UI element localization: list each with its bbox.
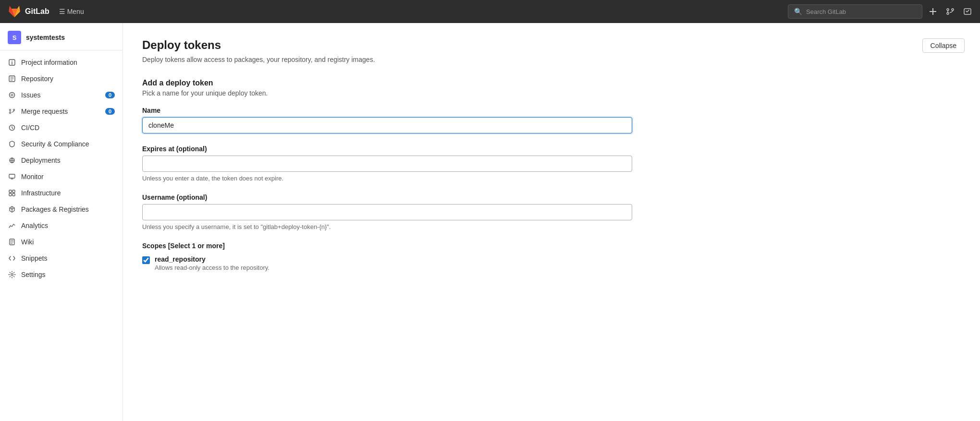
scope-text: read_repository Allows read-only access … (155, 255, 270, 271)
top-navigation: GitLab ☰ Menu 🔍 (0, 0, 980, 23)
project-information-icon (8, 58, 16, 67)
sidebar-item-wiki[interactable]: Wiki (0, 234, 122, 250)
scope-label[interactable]: read_repository (155, 255, 270, 263)
sidebar-item-security-compliance[interactable]: Security & Compliance (0, 136, 122, 152)
todo-icon[interactable] (963, 7, 972, 16)
create-new-icon[interactable] (928, 7, 938, 16)
svg-rect-15 (9, 174, 15, 178)
sidebar-item-label: Security & Compliance (21, 140, 89, 148)
username-input[interactable] (142, 204, 632, 220)
scope-description: Allows read-only access to the repositor… (155, 264, 270, 271)
page-subtitle: Deploy tokens allow access to packages, … (142, 56, 961, 63)
search-input[interactable] (806, 8, 916, 15)
expires-input[interactable] (142, 156, 632, 172)
menu-label: Menu (67, 8, 84, 15)
sidebar-item-merge-requests[interactable]: Merge requests 0 (0, 103, 122, 120)
wiki-icon (8, 238, 16, 246)
merge-request-icon[interactable] (945, 7, 955, 16)
sidebar-item-repository[interactable]: Repository (0, 71, 122, 87)
sidebar: S systemtests Project information Reposi… (0, 23, 123, 421)
menu-toggle[interactable]: ☰ Menu (59, 8, 84, 15)
username-form-group: Username (optional) Unless you specify a… (142, 193, 961, 230)
svg-point-7 (12, 60, 12, 61)
svg-point-21 (11, 274, 13, 276)
svg-rect-19 (12, 193, 15, 196)
svg-point-2 (947, 9, 949, 11)
packages-icon (8, 205, 16, 214)
name-input[interactable] (142, 117, 632, 133)
sidebar-project-header: S systemtests (0, 23, 122, 50)
expires-form-group: Expires at (optional) Unless you enter a… (142, 145, 961, 182)
merge-requests-icon (8, 107, 16, 116)
collapse-button[interactable]: Collapse (922, 38, 965, 53)
sidebar-item-label: Project information (21, 59, 77, 66)
name-label: Name (142, 107, 961, 114)
hamburger-icon: ☰ (59, 8, 65, 15)
sidebar-item-issues[interactable]: Issues 0 (0, 87, 122, 103)
svg-rect-1 (930, 11, 936, 12)
svg-point-3 (952, 9, 954, 11)
svg-point-4 (947, 12, 949, 14)
sidebar-item-label: Merge requests (21, 108, 68, 115)
sidebar-item-analytics[interactable]: Analytics (0, 217, 122, 234)
username-label: Username (optional) (142, 193, 961, 201)
deployments-icon (8, 156, 16, 165)
sidebar-item-label: Infrastructure (21, 189, 61, 197)
svg-point-9 (10, 93, 15, 98)
page-title: Deploy tokens (142, 38, 961, 52)
read-repository-checkbox[interactable] (142, 256, 150, 264)
snippets-icon (8, 254, 16, 263)
expires-hint: Unless you enter a date, the token does … (142, 175, 961, 182)
sidebar-item-infrastructure[interactable]: Infrastructure (0, 185, 122, 201)
sidebar-item-label: Deployments (21, 156, 61, 164)
sidebar-item-label: Analytics (21, 222, 48, 229)
svg-rect-16 (9, 190, 12, 192)
sidebar-item-label: Monitor (21, 173, 44, 180)
search-icon: 🔍 (794, 8, 802, 15)
analytics-icon (8, 221, 16, 230)
sidebar-item-monitor[interactable]: Monitor (0, 168, 122, 185)
scopes-title: Scopes [Select 1 or more] (142, 242, 961, 250)
sidebar-item-label: Packages & Registries (21, 205, 89, 213)
topnav-actions (928, 7, 972, 16)
sidebar-item-project-information[interactable]: Project information (0, 54, 122, 71)
expires-label: Expires at (optional) (142, 145, 961, 153)
sidebar-item-label: Issues (21, 91, 40, 99)
svg-point-11 (10, 109, 11, 111)
main-content: Collapse Deploy tokens Deploy tokens all… (123, 23, 980, 421)
scope-item-read-repository: read_repository Allows read-only access … (142, 255, 961, 271)
sidebar-item-packages-registries[interactable]: Packages & Registries (0, 201, 122, 217)
settings-icon (8, 270, 16, 279)
merge-requests-badge: 0 (105, 108, 115, 115)
sidebar-item-label: Repository (21, 75, 53, 83)
svg-point-13 (10, 112, 11, 114)
sidebar-item-label: Settings (21, 271, 46, 278)
svg-rect-18 (9, 193, 12, 196)
infrastructure-icon (8, 189, 16, 197)
sidebar-item-label: Wiki (21, 238, 34, 246)
project-avatar: S (8, 31, 21, 44)
repository-icon (8, 74, 16, 83)
project-name: systemtests (26, 34, 65, 41)
section-title: Add a deploy token (142, 79, 961, 87)
section-subtitle: Pick a name for your unique deploy token… (142, 89, 961, 97)
sidebar-item-label: Snippets (21, 254, 47, 262)
app-layout: S systemtests Project information Reposi… (0, 23, 980, 421)
scopes-form-group: Scopes [Select 1 or more] read_repositor… (142, 242, 961, 271)
sidebar-nav: Project information Repository Issues 0 (0, 50, 122, 287)
name-form-group: Name (142, 107, 961, 133)
security-icon (8, 140, 16, 148)
svg-point-12 (13, 109, 15, 111)
sidebar-item-deployments[interactable]: Deployments (0, 152, 122, 168)
svg-rect-17 (12, 190, 15, 192)
search-bar[interactable]: 🔍 (788, 4, 922, 19)
issues-badge: 0 (105, 92, 115, 98)
sidebar-item-snippets[interactable]: Snippets (0, 250, 122, 266)
sidebar-item-cicd[interactable]: CI/CD (0, 120, 122, 136)
monitor-icon (8, 172, 16, 181)
sidebar-item-settings[interactable]: Settings (0, 266, 122, 283)
cicd-icon (8, 123, 16, 132)
sidebar-item-label: CI/CD (21, 124, 39, 132)
issues-icon (8, 91, 16, 99)
gitlab-logo[interactable]: GitLab (8, 5, 49, 18)
